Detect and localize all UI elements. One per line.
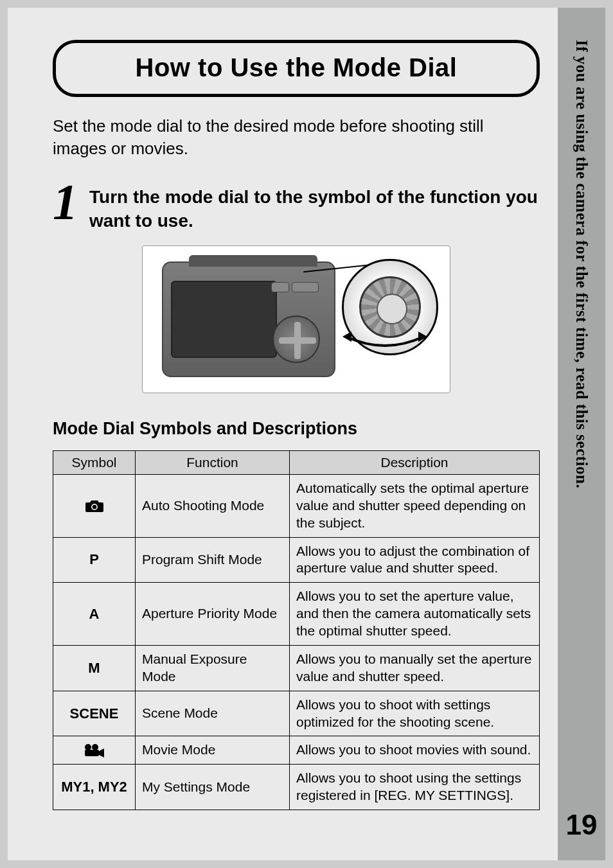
table-row: MY1, MY2My Settings ModeAllows you to sh… <box>53 765 540 810</box>
page-number: 19 <box>566 809 598 841</box>
symbol-cell: M <box>53 645 136 691</box>
table-heading: Mode Dial Symbols and Descriptions <box>53 419 540 439</box>
svg-point-3 <box>92 505 96 509</box>
table-row: PProgram Shift ModeAllows you to adjust … <box>53 537 540 583</box>
symbol-cell <box>53 474 136 537</box>
intro-text: Set the mode dial to the desired mode be… <box>53 115 540 160</box>
camera-icon <box>60 499 129 513</box>
description-cell: Allows you to manually set the aperture … <box>290 645 540 691</box>
function-cell: Movie Mode <box>136 736 290 765</box>
description-cell: Allows you to shoot using the settings r… <box>290 765 540 810</box>
table-row: Auto Shooting ModeAutomatically sets the… <box>53 474 540 537</box>
camera-illustration <box>142 245 450 393</box>
table-row: MManual Exposure ModeAllows you to manua… <box>53 645 540 691</box>
symbol-cell: MY1, MY2 <box>53 765 136 810</box>
step-1: 1 Turn the mode dial to the symbol of th… <box>53 179 540 233</box>
movie-camera-icon <box>60 743 129 757</box>
col-header-function: Function <box>136 450 290 474</box>
table-row: SCENEScene ModeAllows you to shoot with … <box>53 691 540 736</box>
col-header-description: Description <box>290 450 540 474</box>
symbol-cell <box>53 736 136 765</box>
mode-dial-table: Symbol Function Description Auto Shootin… <box>53 450 540 810</box>
function-cell: Program Shift Mode <box>136 537 290 583</box>
side-tab: If you are using the camera for the firs… <box>558 8 605 860</box>
function-cell: Aperture Priority Mode <box>136 583 290 646</box>
side-tab-label: If you are using the camera for the firs… <box>573 40 591 488</box>
svg-point-4 <box>85 744 91 750</box>
page-content: How to Use the Mode Dial Set the mode di… <box>8 8 558 860</box>
symbol-cell: SCENE <box>53 691 136 736</box>
camera-body-shape <box>162 261 335 377</box>
function-cell: Scene Mode <box>136 691 290 736</box>
description-cell: Allows you to shoot movies with sound. <box>290 736 540 765</box>
svg-rect-6 <box>85 750 99 756</box>
description-cell: Allows you to shoot with settings optimi… <box>290 691 540 736</box>
col-header-symbol: Symbol <box>53 450 136 474</box>
rotate-arrows-icon <box>340 324 430 350</box>
function-cell: My Settings Mode <box>136 765 290 810</box>
page-title-pill: How to Use the Mode Dial <box>53 40 540 97</box>
function-cell: Auto Shooting Mode <box>136 474 290 537</box>
step-number: 1 <box>53 182 78 222</box>
step-instruction: Turn the mode dial to the symbol of the … <box>89 179 540 233</box>
description-cell: Automatically sets the optimal aperture … <box>290 474 540 537</box>
description-cell: Allows you to set the aperture value, an… <box>290 583 540 646</box>
symbol-cell: P <box>53 537 136 583</box>
description-cell: Allows you to adjust the combination of … <box>290 537 540 583</box>
svg-marker-0 <box>342 332 351 342</box>
svg-point-5 <box>92 744 98 750</box>
table-row: Movie ModeAllows you to shoot movies wit… <box>53 736 540 765</box>
svg-marker-1 <box>418 332 427 342</box>
table-row: AAperture Priority ModeAllows you to set… <box>53 583 540 646</box>
mode-dial-callout <box>342 259 438 355</box>
function-cell: Manual Exposure Mode <box>136 645 290 691</box>
page-title: How to Use the Mode Dial <box>62 53 530 82</box>
symbol-cell: A <box>53 583 136 646</box>
